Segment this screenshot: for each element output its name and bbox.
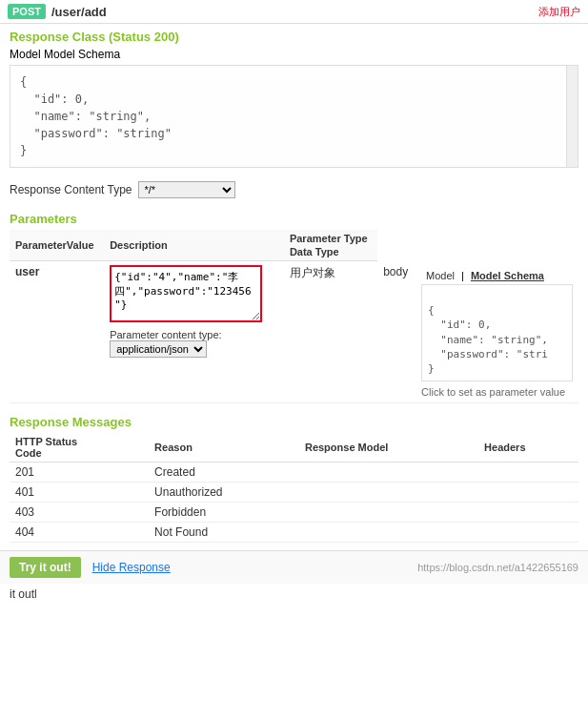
model-schema-tab[interactable]: Model Schema [466, 269, 549, 282]
url-bar: https://blog.csdn.net/a1422655169 [417, 562, 578, 573]
response-content-type-section: Response Content Type */*application/jso… [0, 179, 588, 208]
response-content-type-select[interactable]: */*application/jsontext/plain [138, 181, 235, 198]
response-table-row: 201 Created [10, 463, 578, 483]
col-description: Description [104, 230, 284, 261]
col-response-model: Response Model [299, 433, 478, 463]
response-class-title: Response Class (Status 200) [10, 30, 578, 44]
model-schema-box: Model | Model Schema { "id": 0, "name": … [421, 269, 573, 400]
top-bar-right: 添加用户 [538, 5, 580, 19]
bottom-bar: Try it out! Hide Response https://blog.c… [0, 550, 588, 584]
param-name: user [15, 265, 39, 278]
model-label: Model Model Schema [10, 48, 578, 61]
col-param-type: Parameter Type Data Type [284, 230, 377, 261]
reason-text: Not Found [149, 523, 299, 543]
col-reason: Reason [149, 433, 299, 463]
hide-response-link[interactable]: Hide Response [92, 561, 171, 574]
param-description: 用户对象 [290, 266, 335, 279]
col-parameter: ParameterValue [10, 230, 104, 261]
it-outl-text: it outl [10, 587, 37, 601]
response-table-row: 403 Forbidden [10, 503, 578, 523]
click-to-set-text[interactable]: Click to set as parameter value [421, 385, 573, 399]
param-datatype-cell: Model | Model Schema { "id": 0, "name": … [416, 261, 578, 403]
response-header-row: HTTP StatusCode Reason Response Model He… [10, 433, 578, 463]
col-headers: Headers [478, 433, 578, 463]
headers-text [478, 483, 578, 503]
param-row-user: user {"id":"4","name":"李四","password":"1… [10, 261, 578, 403]
response-model-text [299, 523, 478, 543]
status-code: 201 [10, 463, 149, 483]
response-model-text [299, 463, 478, 483]
add-user-link[interactable]: 添加用户 [538, 5, 580, 19]
param-content-type-label: Parameter content type: [110, 329, 278, 340]
response-messages-title: Response Messages [10, 415, 578, 429]
top-bar: POST /user/add 添加用户 [0, 0, 588, 24]
col-http-status: HTTP StatusCode [10, 433, 149, 463]
param-description-cell: 用户对象 [284, 261, 377, 403]
param-value-textarea[interactable]: {"id":"4","name":"李四","password":"123456… [110, 265, 262, 322]
response-class-code: { "id": 0, "name": "string", "password":… [10, 65, 578, 168]
parameters-table: ParameterValue Description Parameter Typ… [10, 230, 578, 403]
reason-text: Unauthorized [149, 483, 299, 503]
reason-text: Forbidden [149, 503, 299, 523]
response-messages-section: Response Messages HTTP StatusCode Reason… [0, 407, 588, 550]
method-badge: POST [8, 4, 46, 19]
param-value-cell: {"id":"4","name":"李四","password":"123456… [104, 261, 284, 403]
reason-text: Created [149, 463, 299, 483]
response-content-type-row: Response Content Type */*application/jso… [10, 181, 578, 198]
param-type-cell: body [377, 261, 416, 403]
response-model-text [299, 483, 478, 503]
bottom-content: it outl [0, 584, 588, 607]
endpoint-path: /user/add [51, 5, 107, 19]
param-content-type-select[interactable]: application/jsontext/plain*/* [110, 340, 207, 358]
response-content-type-label: Response Content Type [10, 183, 132, 196]
status-code: 401 [10, 483, 149, 503]
headers-text [478, 503, 578, 523]
response-table: HTTP StatusCode Reason Response Model He… [10, 433, 578, 543]
scrollbar[interactable] [566, 66, 578, 167]
top-bar-left: POST /user/add [8, 4, 107, 19]
param-name-cell: user [10, 261, 104, 403]
param-type: body [383, 265, 408, 278]
response-class-section: Response Class (Status 200) Model Model … [0, 24, 588, 179]
response-table-row: 401 Unauthorized [10, 483, 578, 503]
try-it-button[interactable]: Try it out! [10, 557, 81, 578]
model-schema-tabs: Model | Model Schema [421, 269, 573, 282]
model-schema-code: { "id": 0, "name": "string", "password":… [421, 284, 573, 381]
model-tab[interactable]: Model [421, 269, 459, 282]
response-table-row: 404 Not Found [10, 523, 578, 543]
headers-text [478, 463, 578, 483]
response-model-text [299, 503, 478, 523]
headers-text [478, 523, 578, 543]
status-code: 403 [10, 503, 149, 523]
parameters-title: Parameters [10, 212, 578, 226]
params-header-row: ParameterValue Description Parameter Typ… [10, 230, 578, 261]
parameters-section: Parameters ParameterValue Description Pa… [0, 208, 588, 407]
status-code: 404 [10, 523, 149, 543]
